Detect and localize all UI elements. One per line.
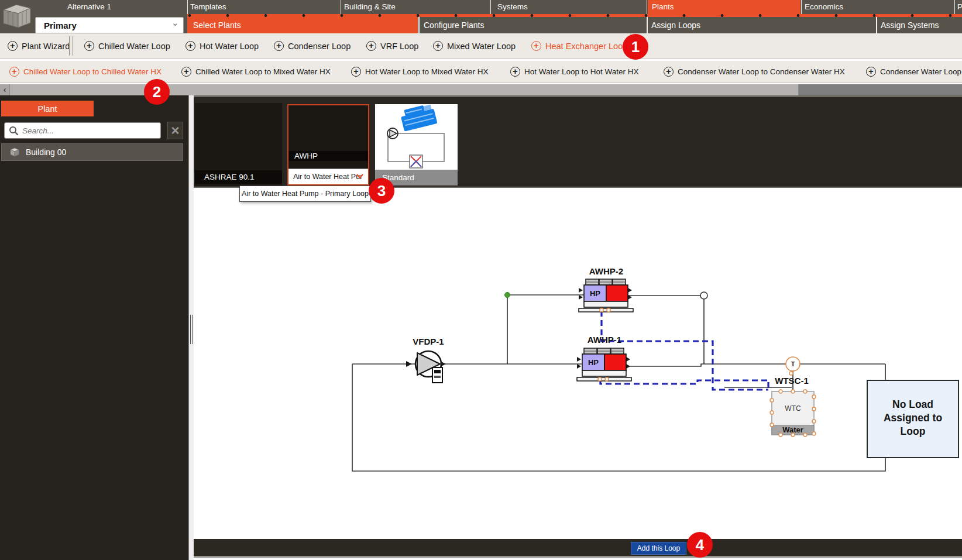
app-logo-icon	[1, 2, 33, 31]
tab-plant[interactable]: Plant	[1, 101, 94, 116]
add-condenser-loop-button[interactable]: Condenser Loop	[274, 33, 351, 59]
unit-label: AWHP-2	[589, 266, 623, 276]
template-tile-label: ASHRAE 90.1	[195, 170, 282, 184]
plant-sidebar: Plant Building 00	[0, 95, 188, 560]
tab-divider	[490, 0, 491, 14]
chevron-down-icon	[171, 22, 183, 28]
tab-templates[interactable]: Templates	[190, 0, 226, 14]
plus-circle-icon	[9, 67, 19, 77]
tab-divider	[801, 0, 802, 14]
tab-divider	[647, 0, 647, 14]
add-mixed-water-loop-button[interactable]: Mixed Water Loop	[433, 33, 516, 59]
button-label: Heat Exchanger Loop	[545, 42, 627, 51]
connection-port	[605, 377, 609, 381]
step-divider	[418, 17, 420, 33]
plant-wizard-button[interactable]: Plant Wizard	[8, 33, 70, 59]
annotation-badge-3: 3	[369, 178, 394, 204]
clear-search-button[interactable]	[167, 122, 183, 139]
wtsc-controller[interactable]: T WTSC-1 WTC Water	[770, 357, 816, 437]
no-load-box: No Load Assigned to Loop	[867, 380, 958, 458]
plus-circle-icon	[181, 67, 191, 77]
add-hwl-to-mixed-hx-button[interactable]: Hot Water Loop to Mixed Water HX	[351, 61, 489, 83]
tab-building-site[interactable]: Building & Site	[344, 0, 396, 14]
top-navigation-bar: Alternative 1 Templates Building & Site …	[0, 0, 962, 33]
step-divider	[647, 17, 648, 33]
search-input[interactable]	[4, 122, 161, 139]
button-label: Chilled Water Loop	[98, 42, 170, 51]
chevron-down-icon	[356, 172, 364, 180]
step-assign-loops[interactable]: Assign Loops	[651, 17, 700, 33]
connection-port	[600, 308, 603, 312]
add-hot-water-loop-button[interactable]: Hot Water Loop	[185, 33, 259, 59]
add-cond-loop-clipped-button[interactable]: Condenser Water Loop to	[866, 61, 962, 83]
tab-next-clipped[interactable]: P	[957, 0, 962, 14]
add-hwl-to-hw-hx-button[interactable]: Hot Water Loop to Hot Water HX	[510, 61, 639, 83]
step-divider	[876, 17, 877, 33]
step-configure-plants[interactable]: Configure Plants	[424, 17, 485, 33]
tab-economics[interactable]: Economics	[805, 0, 843, 14]
step-assign-systems[interactable]: Assign Systems	[881, 17, 939, 33]
template-tooltip: Air to Water Heat Pump - Primary Loop	[239, 185, 371, 202]
button-label: Chilled Water Loop to Chilled Water HX	[23, 67, 162, 76]
add-cwl-to-cw-hx-button[interactable]: Chilled Water Loop to Chilled Water HX	[9, 61, 162, 83]
tab-divider	[187, 0, 188, 14]
scrollbar-thumb[interactable]	[9, 84, 799, 95]
plus-circle-icon	[351, 67, 361, 77]
plus-circle-icon	[84, 41, 94, 51]
template-tile-awhp-selected[interactable]: AWHP Air to Water Heat Pur	[287, 104, 369, 185]
plus-circle-icon	[531, 41, 541, 51]
splitter-handle	[192, 315, 193, 344]
plant-loop-diagram: VFDP-1 AWHP-2 HP AWHP-1	[194, 188, 962, 539]
scenario-dropdown[interactable]: Primary	[35, 17, 184, 33]
wtsc-box-label: WTC	[785, 404, 801, 413]
tab-plants-active[interactable]: Plants	[648, 0, 800, 14]
add-this-loop-button[interactable]: Add this Loop	[631, 542, 686, 555]
plus-circle-icon	[185, 41, 195, 51]
add-cond-to-cond-hx-button[interactable]: Condenser Water Loop to Condenser Water …	[664, 61, 845, 83]
loop-thumbnail-graphic	[375, 104, 458, 170]
button-label: Chilled Water Loop to Mixed Water HX	[195, 67, 331, 76]
heat-pump-awhp2[interactable]: AWHP-2 HP	[579, 266, 633, 312]
diagram-footer-bar: Add this Loop	[194, 539, 962, 556]
scenario-dropdown-value: Primary	[36, 20, 171, 30]
vfd-drive-icon	[432, 367, 442, 383]
sidebar-splitter[interactable]	[188, 95, 194, 560]
button-label: Condenser Water Loop to	[880, 67, 962, 76]
no-load-text: No Load	[892, 398, 933, 410]
loop-toolbar: Plant Wizard Chilled Water Loop Hot Wate…	[0, 33, 962, 59]
pump-vfdp1[interactable]: VFDP-1	[413, 336, 444, 383]
plus-circle-icon	[510, 67, 520, 77]
add-heat-exchanger-loop-button[interactable]: Heat Exchanger Loop	[531, 33, 627, 59]
button-label: Hot Water Loop	[200, 42, 259, 51]
add-vrf-loop-button[interactable]: VRF Loop	[366, 33, 418, 59]
sensor-tag: T	[791, 360, 795, 367]
footer-divider	[194, 556, 962, 558]
building-icon	[9, 146, 20, 158]
template-tile-standard[interactable]: Standard	[375, 104, 458, 185]
template-variant-dropdown[interactable]: Air to Water Heat Pur	[288, 169, 368, 184]
scrollbar-left-arrow-icon[interactable]	[0, 84, 9, 95]
template-tile-label: AWHP	[288, 151, 368, 161]
add-cwl-to-mixed-hx-button[interactable]: Chilled Water Loop to Mixed Water HX	[181, 61, 331, 83]
template-picker-strip: ASHRAE 90.1 AWHP Air to Water Heat Pur	[194, 95, 962, 188]
tab-divider	[954, 0, 955, 14]
splitter-handle	[190, 315, 191, 344]
green-junction-node	[505, 293, 510, 298]
sidebar-item-building[interactable]: Building 00	[1, 143, 183, 161]
plus-circle-icon	[866, 67, 876, 77]
annotation-badge-4: 4	[687, 532, 713, 558]
wtsc-label: WTSC-1	[775, 376, 809, 386]
connection-port	[598, 377, 602, 381]
template-tile-ashrae[interactable]: ASHRAE 90.1	[195, 103, 282, 186]
button-label: Condenser Loop	[288, 42, 351, 51]
button-label: Hot Water Loop to Hot Water HX	[524, 67, 639, 76]
search-box	[4, 122, 161, 139]
button-label: Hot Water Loop to Mixed Water HX	[365, 67, 489, 76]
plus-circle-icon	[664, 67, 674, 77]
step-select-plants-active[interactable]: Select Plants	[187, 17, 418, 33]
trace-plants-window: Alternative 1 Templates Building & Site …	[0, 0, 962, 560]
tab-systems[interactable]: Systems	[497, 0, 528, 14]
no-load-text: Loop	[901, 425, 926, 437]
add-chilled-water-loop-button[interactable]: Chilled Water Loop	[84, 33, 170, 59]
unit-tag: HP	[588, 358, 599, 367]
